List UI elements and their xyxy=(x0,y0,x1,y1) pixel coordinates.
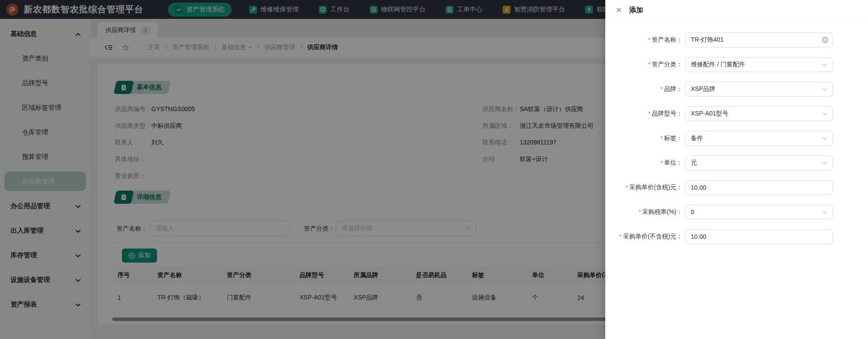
asset-category-select[interactable]: 维修配件 / 门窗配件 xyxy=(685,57,833,72)
drawer-title: 添加 xyxy=(629,6,643,15)
field-brand-model: *品牌型号： XSP-A01型号 xyxy=(616,106,833,121)
price-excl-tax-input[interactable] xyxy=(685,229,833,244)
drawer-header: ✕ 添加 xyxy=(605,0,868,21)
field-unit: *单位： 元 xyxy=(616,155,833,170)
chevron-down-icon xyxy=(822,211,827,214)
field-asset-name: *资产名称： ✕ xyxy=(616,32,833,47)
field-tax-rate: *采购税率(%)： 0 xyxy=(616,205,833,220)
field-tag: *标签： 备件 xyxy=(616,131,833,146)
clear-icon[interactable]: ✕ xyxy=(822,36,829,43)
brand-model-select[interactable]: XSP-A01型号 xyxy=(685,106,833,121)
asset-name-input[interactable] xyxy=(685,32,833,47)
tax-rate-select[interactable]: 0 xyxy=(685,205,833,220)
add-drawer: ✕ 添加 *资产名称： ✕ *资产分类： 维修配件 / 门窗配件 *品牌： xyxy=(605,0,868,339)
close-icon[interactable]: ✕ xyxy=(616,7,622,14)
drawer-form: *资产名称： ✕ *资产分类： 维修配件 / 门窗配件 *品牌： XSP品牌 xyxy=(605,21,868,244)
price-incl-tax-input[interactable] xyxy=(685,180,833,195)
chevron-down-icon xyxy=(822,137,827,140)
field-price-incl-tax: *采购单价(含税)元： xyxy=(616,180,833,195)
tag-select[interactable]: 备件 xyxy=(685,131,833,146)
field-price-excl-tax: *采购单价(不含税)元： xyxy=(616,229,833,244)
brand-select[interactable]: XSP品牌 xyxy=(685,82,833,97)
field-asset-category: *资产分类： 维修配件 / 门窗配件 xyxy=(616,57,833,72)
chevron-down-icon xyxy=(822,63,827,66)
chevron-down-icon xyxy=(822,88,827,91)
field-brand: *品牌： XSP品牌 xyxy=(616,82,833,97)
chevron-down-icon xyxy=(822,162,827,165)
unit-select[interactable]: 元 xyxy=(685,155,833,170)
chevron-down-icon xyxy=(822,112,827,115)
